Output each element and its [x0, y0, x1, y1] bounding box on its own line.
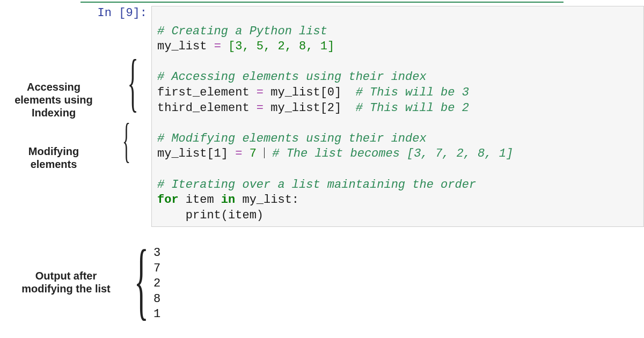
code-punct: , [242, 40, 249, 53]
code-operator: = [257, 101, 264, 115]
code-text: my_list[2] [270, 101, 341, 115]
annotation-indexing: Accessing elements using Indexing [8, 80, 99, 119]
code-cell[interactable]: # Creating a Python list my_list = [3, 5… [151, 6, 644, 227]
notebook-cell-row: In [9]: # Creating a Python list my_list… [89, 6, 644, 227]
code-punct: , [285, 40, 292, 53]
code-comment: # Iterating over a list maintaining the … [157, 178, 476, 192]
code-number: 5 [257, 40, 264, 53]
cell-top-border [80, 2, 564, 3]
prompt-column: In [9]: [89, 6, 151, 21]
code-number: 3 [235, 40, 242, 53]
code-literal: ] [327, 40, 334, 53]
code-operator: = [214, 40, 221, 53]
code-comment: # Modifying elements using their index [157, 132, 427, 145]
code-punct: , [264, 40, 270, 53]
code-text: print(item) [157, 209, 264, 222]
code-comment: # Creating a Python list [157, 25, 327, 38]
text-cursor [264, 148, 265, 158]
cell-output: 3 7 2 8 1 [153, 230, 644, 322]
code-comment: # The list becomes [3, 7, 2, 8, 1] [272, 147, 513, 160]
code-text: item [186, 193, 214, 207]
code-text: my_list [157, 40, 207, 53]
code-text: third_element [157, 101, 250, 115]
output-line: 2 [153, 277, 160, 290]
output-line: 1 [153, 307, 160, 321]
code-operator: = [257, 86, 264, 99]
annotation-modifying: Modifying elements [8, 145, 99, 171]
code-comment: # Accessing elements using their index [157, 70, 427, 84]
code-operator: = [235, 147, 242, 160]
code-number: 7 [250, 147, 257, 160]
brace-icon: { [134, 231, 149, 330]
output-line: 7 [153, 262, 160, 275]
output-line: 3 [153, 246, 160, 260]
code-text: first_element [157, 86, 250, 99]
code-comment: # This will be 2 [356, 101, 469, 115]
brace-icon: { [127, 46, 138, 120]
output-line: 8 [153, 292, 160, 306]
code-number: 8 [299, 40, 306, 53]
code-keyword: for [157, 193, 179, 207]
code-text: my_list[0] [270, 86, 341, 99]
code-text: my_list: [242, 193, 299, 207]
code-punct: , [306, 40, 313, 53]
code-comment: # This will be 3 [356, 86, 469, 99]
code-literal: [ [228, 40, 235, 53]
input-prompt: In [9]: [98, 6, 147, 20]
code-number: 2 [277, 40, 284, 53]
code-text: my_list[1] [157, 147, 228, 160]
annotation-output: Output after modifying the list [20, 269, 112, 295]
brace-icon: { [122, 113, 130, 168]
code-keyword: in [221, 193, 235, 207]
code-number: 1 [320, 40, 327, 53]
